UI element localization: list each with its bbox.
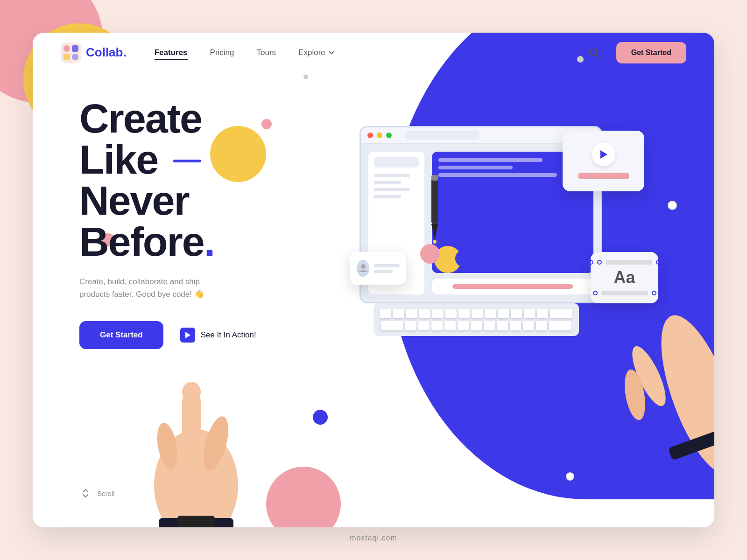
key (484, 321, 495, 330)
key-wide (381, 321, 403, 330)
see-action-label: See It In Action! (201, 330, 256, 340)
nav-explore[interactable]: Explore (298, 48, 335, 57)
monitor-dot-yellow (377, 133, 382, 138)
type-dot-1 (589, 260, 593, 265)
pen-tool-decoration (420, 173, 448, 249)
svg-rect-0 (61, 42, 81, 63)
hand-bottom-left (135, 364, 257, 527)
key-wide (550, 309, 572, 318)
monitor-pink-bar (452, 284, 573, 289)
user-info-lines (374, 264, 400, 273)
type-dot-2 (597, 260, 602, 265)
logo-icon (61, 42, 81, 63)
nav-links: Features Pricing Tours Explore (155, 48, 585, 57)
key (510, 321, 521, 330)
monitor-search-bar (374, 157, 419, 168)
brand-name: Collab. (86, 45, 127, 60)
key (458, 321, 469, 330)
logo-area: Collab. (61, 42, 127, 63)
svg-rect-22 (177, 516, 215, 527)
key (444, 321, 456, 330)
key (524, 309, 535, 318)
play-triangle (184, 331, 191, 339)
monitor-display: Aa (359, 126, 630, 341)
monitor-line-2 (438, 166, 513, 169)
svg-point-18 (182, 382, 201, 402)
hero-title: Create Like Never Before. (79, 98, 256, 262)
monitor-dot-green (386, 133, 392, 138)
keyboard-row-1 (380, 309, 572, 318)
key (523, 321, 534, 330)
play-icon (180, 328, 195, 343)
svg-rect-2 (72, 45, 78, 52)
svg-line-6 (596, 55, 599, 57)
nav-pricing[interactable]: Pricing (210, 48, 234, 57)
user-line-1 (374, 264, 400, 267)
user-avatar (357, 260, 369, 277)
watermark-logo: mostaql.com (336, 530, 411, 544)
svg-rect-1 (63, 45, 70, 52)
dot-blue-bottom-left (313, 410, 328, 425)
svg-rect-10 (431, 175, 438, 181)
key (497, 321, 508, 330)
play-icon-float (599, 150, 608, 159)
nav-features[interactable]: Features (155, 48, 188, 57)
see-in-action-link[interactable]: See It In Action! (180, 328, 256, 343)
key (498, 309, 509, 318)
search-button[interactable] (585, 44, 602, 61)
type-dot-4 (593, 291, 598, 295)
dot-small-top (303, 75, 308, 79)
key (537, 309, 548, 318)
get-started-hero-button[interactable]: Get Started (79, 321, 163, 349)
key (511, 309, 522, 318)
hero-illustration: Aa (331, 70, 714, 481)
user-line-2 (374, 270, 393, 273)
chevron-down-icon (328, 49, 335, 56)
nav-right: Get Started (585, 42, 686, 63)
hero-subtitle: Create, build, collaborate and shipprodu… (79, 275, 256, 301)
hand-right-svg (607, 255, 714, 479)
get-started-nav-button[interactable]: Get Started (616, 42, 686, 63)
key (393, 309, 404, 318)
monitor-dot-red (367, 133, 373, 138)
monitor-address-bar (405, 131, 479, 140)
key (485, 309, 496, 318)
svg-text:mostaql.com: mostaql.com (350, 534, 397, 542)
sidebar-line-2 (374, 181, 401, 184)
key (418, 321, 430, 330)
scroll-arrows-icon (79, 487, 92, 499)
float-user-card (350, 252, 406, 285)
underline-decoration (173, 160, 201, 162)
key (445, 309, 457, 318)
key (380, 309, 391, 318)
key (431, 321, 443, 330)
svg-point-7 (361, 264, 366, 269)
hand-right (607, 255, 714, 481)
dot-pink-top (261, 119, 272, 129)
monitor-line-1 (438, 158, 543, 162)
keyboard (374, 303, 579, 336)
color-circle-blue-deco (455, 250, 472, 267)
key (432, 309, 444, 318)
float-video-card (563, 131, 644, 191)
hand-left-svg (135, 364, 257, 527)
key (405, 321, 416, 330)
sidebar-line-1 (374, 174, 410, 177)
monitor-white-card (432, 279, 593, 294)
decorative-pink-circle-bottom (266, 467, 341, 527)
scroll-label: Scroll (97, 490, 115, 497)
key (419, 309, 430, 318)
key (406, 309, 417, 318)
key (472, 309, 483, 318)
sidebar-line-4 (374, 195, 401, 198)
hero-content: Create Like Never Before. Create, build,… (79, 98, 256, 349)
svg-marker-9 (431, 224, 438, 240)
svg-rect-8 (431, 177, 438, 224)
float-pink-bar (578, 173, 629, 179)
search-icon (588, 47, 599, 58)
key-wide (549, 321, 571, 330)
person-icon (359, 264, 367, 273)
nav-tours[interactable]: Tours (257, 48, 276, 57)
sidebar-line-3 (374, 188, 410, 191)
float-play-button[interactable] (592, 143, 615, 166)
